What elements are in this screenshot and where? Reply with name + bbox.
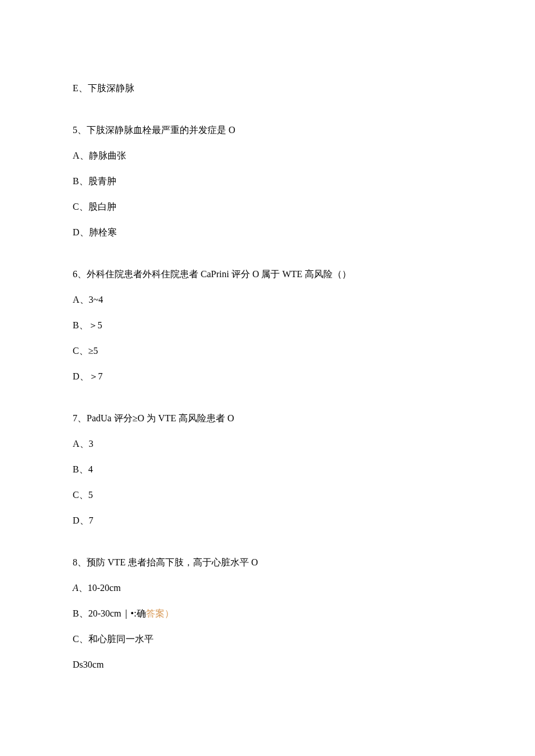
q7-option-b: B、4	[73, 463, 462, 476]
q7-stem: 7、PadUa 评分≥O 为 VTE 高风险患者 O	[73, 411, 462, 425]
spacer	[73, 107, 462, 123]
q7-option-a: A、3	[73, 437, 462, 451]
q8-option-d: Ds30cm	[73, 658, 462, 672]
q6-stem: 6、外科住院患者外科住院患者 CaPrini 评分 O 属于 WTE 高风险（）	[73, 267, 462, 281]
q5-option-c: C、股白肿	[73, 200, 462, 214]
spacer	[73, 539, 462, 556]
q6-option-a: A、3~4	[73, 293, 462, 307]
q8-option-b: B、20-30cm｜•:确答案）	[73, 607, 462, 621]
q8-stem: 8、预防 VTE 患者抬高下肢，高于心脏水平 O	[73, 556, 462, 569]
q8-option-b-text: B、20-30cm｜•:确	[73, 608, 146, 618]
q7-option-d: D、7	[73, 514, 462, 528]
q7-option-c: C、5	[73, 488, 462, 502]
q4-option-e: E、下肢深静脉	[73, 81, 462, 95]
document-page: E、下肢深静脉 5、下肢深静脉血栓最严重的并发症是 O A、静脉曲张 B、股青肿…	[0, 0, 535, 741]
q6-option-c: C、≥5	[73, 344, 462, 358]
q6-option-d: D、＞7	[73, 370, 462, 384]
q6-option-b: B、＞5	[73, 318, 462, 332]
q8-answer-mark: 答案）	[146, 608, 174, 618]
q8-option-c: C、和心脏同一水平	[73, 632, 462, 646]
q5-option-d: D、肺栓寒	[73, 225, 462, 239]
q8-option-a: A、10-20cm	[73, 581, 462, 595]
q5-option-a: A、静脉曲张	[73, 149, 462, 163]
q8-option-a-prefix: A	[73, 583, 79, 593]
spacer	[73, 251, 462, 267]
q8-option-a-text: 、10-20cm	[79, 583, 121, 593]
spacer	[73, 395, 462, 411]
q5-option-b: B、股青肿	[73, 174, 462, 188]
q5-stem: 5、下肢深静脉血栓最严重的并发症是 O	[73, 123, 462, 137]
